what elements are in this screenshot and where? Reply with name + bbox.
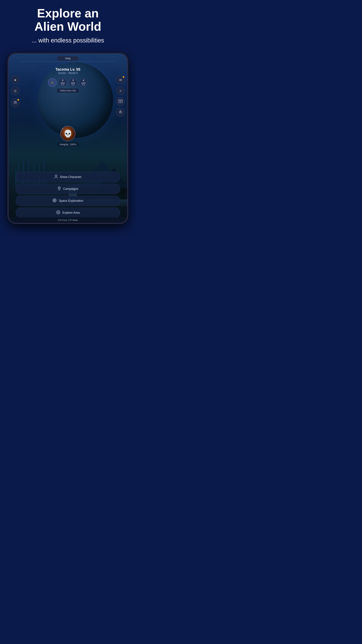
battle-button[interactable]: ⚔	[116, 86, 125, 95]
chest-button[interactable]	[116, 97, 125, 106]
group-button[interactable]	[11, 98, 19, 107]
phone-frame: Help Tacoma Lv. 55 Doctor - World 0 ★ ◎	[7, 53, 128, 224]
stars-button[interactable]: ★	[11, 76, 19, 84]
campaigns-icon	[57, 186, 61, 192]
swords-icon: ⚔	[51, 80, 54, 84]
space-exploration-label: Space Exploration	[59, 199, 83, 202]
header-section: Explore an Alien World ... with endless …	[0, 0, 136, 50]
svg-point-22	[14, 101, 15, 102]
character-name: Tacoma Lv. 55	[55, 67, 80, 72]
battle-icon: ⚔	[119, 89, 122, 92]
show-character-button[interactable]: Show Character	[15, 172, 120, 182]
avatar-area: 2 💀 Integrity: 100%	[57, 126, 78, 146]
right-side-buttons: ✉ ⚔	[116, 76, 125, 116]
set2-button[interactable]: 2	[58, 78, 67, 87]
svg-rect-26	[71, 82, 73, 84]
svg-rect-32	[119, 111, 121, 113]
subtitle: ... with endless possibilities	[10, 36, 126, 44]
resource-text: 275 Food, 275 Water	[58, 219, 78, 221]
main-title: Explore an Alien World	[10, 7, 126, 33]
campaigns-button[interactable]: Campaigns	[15, 184, 120, 194]
set2-icon: 2	[60, 79, 65, 86]
svg-point-23	[15, 101, 16, 102]
discord-button[interactable]: ◎	[11, 86, 19, 95]
group-notification-dot	[17, 99, 19, 100]
set4-icon: 4	[81, 79, 86, 86]
svg-rect-25	[63, 82, 64, 84]
phone-container: Help Tacoma Lv. 55 Doctor - World 0 ★ ◎	[0, 50, 136, 224]
explore-area-label: Explore Area	[62, 211, 80, 214]
resource-bar: 275 Food, 275 Water	[8, 217, 127, 223]
robot-icon	[118, 110, 122, 115]
set3-icon: 3	[71, 79, 75, 86]
skull-icon: 💀	[63, 130, 72, 138]
game-screen: Help Tacoma Lv. 55 Doctor - World 0 ★ ◎	[8, 54, 127, 223]
character-avatar[interactable]: 2 💀	[60, 126, 75, 141]
svg-rect-29	[84, 82, 85, 84]
explore-area-button[interactable]: Explore Area	[15, 208, 120, 218]
space-exploration-icon	[52, 198, 57, 204]
character-info: Tacoma Lv. 55 Doctor - World 0	[55, 67, 80, 75]
help-button[interactable]: Help	[57, 56, 79, 61]
discord-icon: ◎	[14, 89, 16, 92]
campaigns-label: Campaigns	[63, 187, 78, 191]
explore-area-icon	[56, 210, 60, 215]
select-item-set-label: Select Item Set	[57, 88, 79, 92]
stars-icon: ★	[14, 78, 17, 82]
mail-notification-dot	[123, 76, 124, 78]
character-menu-icon	[54, 174, 58, 180]
mail-icon: ✉	[119, 78, 122, 82]
svg-point-37	[59, 188, 60, 188]
svg-rect-24	[61, 82, 62, 84]
show-character-label: Show Character	[60, 175, 81, 179]
robot-button[interactable]	[116, 108, 125, 116]
group-icon	[13, 100, 17, 105]
combat-button[interactable]: ⚔	[48, 78, 57, 87]
main-menu-buttons: Show Character Campaigns	[15, 172, 120, 218]
svg-rect-33	[120, 112, 120, 112]
svg-rect-31	[120, 101, 121, 102]
set4-button[interactable]: 4	[79, 78, 88, 87]
svg-point-35	[120, 110, 121, 111]
item-set-buttons: ⚔ 2 3	[48, 78, 88, 87]
svg-rect-27	[73, 82, 75, 84]
connector-lines	[20, 62, 115, 66]
mail-button[interactable]: ✉	[116, 76, 125, 84]
svg-rect-34	[121, 112, 121, 112]
svg-rect-28	[82, 82, 83, 84]
integrity-display: Integrity: 100%	[57, 142, 78, 146]
character-subtitle: Doctor - World 0	[55, 72, 80, 75]
help-label: Help	[65, 57, 71, 60]
left-side-buttons: ★ ◎	[11, 76, 19, 107]
svg-line-43	[57, 211, 59, 214]
set3-button[interactable]: 3	[69, 78, 77, 87]
chest-icon	[118, 99, 123, 104]
space-exploration-button[interactable]: Space Exploration	[15, 196, 120, 206]
avatar-number: 2	[62, 127, 63, 130]
svg-rect-30	[119, 101, 122, 103]
